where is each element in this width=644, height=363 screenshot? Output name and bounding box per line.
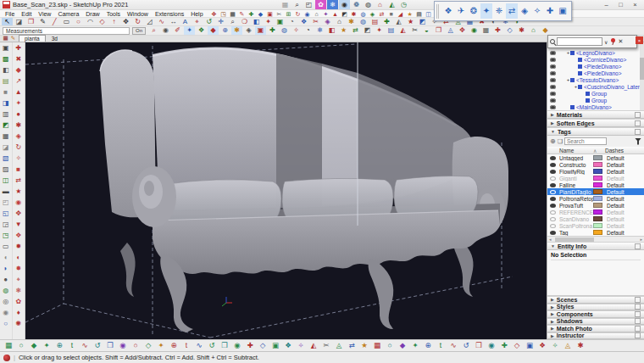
toolbar-icon[interactable]: ◉ — [160, 26, 171, 35]
tags-section-header[interactable]: ▼ Tags — [547, 127, 644, 136]
toolbar-icon[interactable]: ∿ — [156, 18, 167, 26]
tag-row[interactable]: FlowifyRig Default — [547, 168, 644, 175]
toolbar-icon[interactable]: ◧ — [0, 64, 11, 75]
tag-dashes-value[interactable]: Default — [602, 216, 625, 222]
toolbar-icon[interactable]: ▦ — [3, 341, 14, 351]
tags-column-headers[interactable]: Name ∧ Dashes — [547, 147, 644, 154]
toolbar-icon[interactable]: ❖ — [13, 230, 24, 241]
toolbar-icon[interactable]: ▣ — [269, 341, 281, 351]
toolbar-icon[interactable]: ◩ — [417, 18, 428, 26]
tag-visibility-eye-icon[interactable] — [550, 163, 556, 167]
toolbar-icon[interactable]: ✱ — [13, 120, 24, 131]
toolbar-icon[interactable]: ◰ — [0, 197, 11, 208]
toolbar-icon[interactable]: ✱ — [516, 26, 527, 35]
toolbar-icon[interactable]: ✦ — [374, 26, 385, 35]
outliner-item[interactable]: <PiedeDivano> — [547, 70, 644, 76]
toolbar-icon[interactable]: ∿ — [447, 341, 459, 351]
toolbar-icon[interactable]: ❁ — [351, 0, 362, 9]
section-detail-button[interactable] — [635, 297, 641, 303]
entity-info-section-header[interactable]: ▼ Entity Info — [547, 242, 644, 250]
toolbar-icon[interactable]: ↗ — [13, 75, 24, 87]
toolbar-icon[interactable]: ❖ — [298, 18, 309, 26]
visibility-eye-icon[interactable] — [550, 58, 556, 62]
toolbar-icon[interactable]: ▤ — [369, 18, 380, 26]
toolbar-icon[interactable]: ✂ — [320, 341, 332, 351]
toolbar-icon[interactable]: ◆ — [13, 64, 24, 75]
palette-tool-icon[interactable]: ▣ — [557, 3, 569, 19]
tag-color-swatch[interactable] — [593, 216, 602, 221]
tag-row[interactable]: Untagged Default — [547, 154, 644, 161]
tag-dashes-value[interactable]: Default — [602, 169, 625, 175]
visibility-eye-icon[interactable] — [550, 105, 556, 109]
toolbar-icon[interactable]: ○ — [130, 341, 142, 351]
toolbar-icon[interactable]: ◩ — [362, 26, 373, 35]
toolbar-icon[interactable]: ◔ — [286, 18, 297, 26]
toolbar-icon[interactable]: ◉ — [469, 26, 480, 35]
toolbar-icon[interactable]: ▣ — [524, 341, 536, 351]
sofa-model[interactable] — [100, 47, 508, 332]
menu-item[interactable]: View — [35, 11, 54, 17]
toolbar-icon[interactable]: ◉ — [117, 341, 129, 351]
toolbar-icon[interactable]: ▭ — [61, 18, 72, 26]
toolbar-icon[interactable]: ✚ — [498, 341, 510, 351]
toolbar-icon[interactable]: ↔ — [168, 18, 179, 26]
tag-visibility-eye-icon[interactable] — [550, 156, 556, 160]
toolbar-icon[interactable]: ✚ — [381, 18, 392, 26]
toolbar-icon[interactable]: ⊕ — [168, 341, 180, 351]
outliner-item[interactable]: <MainDivano> — [547, 103, 644, 110]
palette-tool-icon[interactable]: ◈ — [519, 3, 530, 19]
toolbar-icon[interactable]: ◢ — [397, 10, 405, 18]
toolbar-icon[interactable]: ◔ — [303, 26, 314, 35]
toolbar-icon[interactable]: ⌂ — [313, 10, 321, 18]
section-detail-button[interactable] — [635, 304, 641, 310]
toolbar-icon[interactable]: ⊕ — [53, 341, 65, 351]
toolbar-icon[interactable]: ⌖ — [13, 274, 24, 285]
toolbar-icon[interactable]: ▼ — [13, 219, 24, 230]
toolbar-icon[interactable]: ✚ — [247, 10, 256, 18]
toolbar-icon[interactable]: ❒ — [473, 341, 485, 351]
toolbar-icon[interactable]: ◗ — [0, 263, 11, 274]
add-tag-folder-button[interactable]: ❏ — [558, 138, 563, 145]
panel-section-header[interactable]: ▶ Components — [547, 310, 644, 318]
tag-row[interactable]: ScanPoltrona Default — [547, 222, 644, 229]
toolbar-icon[interactable]: ✂ — [275, 10, 284, 18]
toolbar-icon[interactable]: ✧ — [549, 341, 561, 351]
scene-tab[interactable]: 3d — [47, 35, 63, 42]
section-detail-button[interactable] — [635, 326, 641, 332]
outliner-item[interactable]: + <TessutoDivano> — [547, 76, 644, 83]
toolbar-icon[interactable]: ⇄ — [350, 26, 361, 35]
visibility-eye-icon[interactable] — [550, 71, 556, 75]
section-detail-button[interactable] — [635, 112, 641, 118]
toolbar-icon[interactable]: ❖ — [536, 341, 548, 351]
toolbar-icon[interactable]: ▥ — [0, 109, 11, 120]
toolbar-icon[interactable]: ✱ — [350, 10, 358, 18]
toolbar-icon[interactable]: ◉ — [13, 197, 24, 208]
toolbar-icon[interactable]: ❒ — [104, 341, 116, 351]
toolbar-icon[interactable]: ◐ — [13, 252, 24, 263]
toolbar-icon[interactable]: ↺ — [206, 341, 218, 351]
tag-visibility-eye-icon[interactable] — [550, 217, 556, 221]
toolbar-icon[interactable]: ◎ — [0, 296, 11, 307]
tag-row[interactable]: PianiDiTaglio Default — [547, 188, 644, 195]
menu-item[interactable]: File — [2, 11, 18, 17]
toolbar-icon[interactable]: ● — [0, 274, 11, 285]
tag-row[interactable]: PoltronaRetopo Default — [547, 195, 644, 202]
toolbar-icon[interactable]: ★ — [406, 10, 414, 18]
toolbar-icon[interactable]: ◆ — [540, 26, 551, 35]
tag-color-swatch[interactable] — [593, 230, 602, 235]
toolbar-icon[interactable]: ✥ — [120, 18, 131, 26]
tag-dashes-value[interactable]: Default — [602, 196, 625, 202]
toolbar-icon[interactable]: ◭ — [393, 18, 404, 26]
toolbar-icon[interactable]: ↖ — [2, 18, 13, 26]
toolbar-icon[interactable]: ◬ — [445, 26, 456, 35]
tag-color-swatch[interactable] — [593, 169, 602, 174]
toolbar-icon[interactable]: ✚ — [13, 42, 24, 53]
toolbar-icon[interactable]: ▤ — [415, 10, 424, 18]
geolocation-status-icon[interactable] — [3, 355, 10, 361]
menu-item[interactable]: Camera — [54, 11, 82, 17]
toolbar-icon[interactable]: ▦ — [229, 10, 237, 18]
tag-color-swatch[interactable] — [593, 203, 602, 208]
toolbar-icon[interactable]: ⌂ — [528, 26, 539, 35]
toolbar-icon[interactable]: ∿ — [193, 341, 205, 351]
toolbar-icon[interactable]: ✱ — [231, 26, 242, 35]
